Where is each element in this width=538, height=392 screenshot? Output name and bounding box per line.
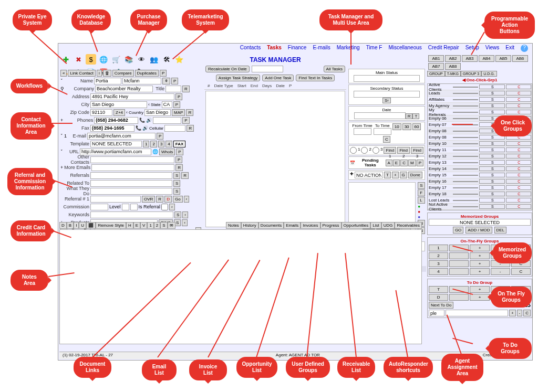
grp-tab-4[interactable]: U.D.G. <box>481 71 496 77</box>
assign-btn[interactable]: Assign Task Strategy <box>216 75 261 81</box>
menu-tasks[interactable]: Tasks <box>267 45 282 52</box>
menu-emails[interactable]: E-mails <box>313 45 330 52</box>
ocg-row[interactable]: Empty 13SC <box>428 160 532 166</box>
tab-documents[interactable]: Documents <box>258 222 284 229</box>
left-icon[interactable]: ‹ <box>148 102 150 107</box>
go-btn[interactable]: Go <box>173 196 183 203</box>
ocg-row[interactable]: Empty 16SC <box>428 178 532 185</box>
ocg-row[interactable]: Empty 14SC <box>428 166 532 172</box>
remove-style-btn[interactable]: Remove Style <box>96 222 126 229</box>
menu-views[interactable]: Views <box>485 45 500 52</box>
compare-btn[interactable]: Compare <box>112 70 134 77</box>
tab-opportunities[interactable]: Opportunities <box>342 222 371 229</box>
tab-receivables[interactable]: Receivables <box>395 222 422 229</box>
ab1[interactable]: AB1 <box>428 55 444 62</box>
menu-marketing[interactable]: Marketing <box>337 45 360 52</box>
tab-d[interactable]: D <box>59 222 67 229</box>
mgroup-select[interactable] <box>429 219 531 226</box>
ocg-row[interactable]: Empty 18SC <box>428 191 532 197</box>
bold-btn[interactable]: B <box>67 222 74 229</box>
cell-input[interactable] <box>164 125 185 132</box>
ocg-row[interactable]: Empty 15SC <box>428 172 532 178</box>
ab4[interactable]: AB4 <box>479 55 494 62</box>
ocg-row[interactable]: AffiliatesSC <box>428 97 532 103</box>
globe-icon[interactable]: 🌐 <box>98 54 109 65</box>
ab2[interactable]: AB2 <box>445 55 461 62</box>
menu-exit[interactable]: Exit <box>505 45 514 52</box>
comm-input[interactable] <box>90 204 108 210</box>
phone-icon[interactable]: 📞 <box>139 118 145 123</box>
italic-btn[interactable]: I <box>74 222 79 229</box>
other-input[interactable] <box>90 156 174 163</box>
template-input[interactable] <box>90 141 142 147</box>
grp-tab-2[interactable]: T-MKG <box>445 71 461 77</box>
ab5[interactable]: AB5 <box>495 55 511 62</box>
help-icon[interactable]: ? <box>521 45 528 52</box>
recalc-date[interactable] <box>252 66 283 72</box>
country-input[interactable] <box>144 109 171 116</box>
add-task-btn[interactable]: Add One Task <box>262 75 294 81</box>
mgroup-del[interactable]: DEL <box>494 227 507 234</box>
cart-icon[interactable]: 🛒 <box>111 54 121 65</box>
p-btn[interactable]: P <box>160 70 167 77</box>
book-icon[interactable]: 📚 <box>123 54 134 65</box>
collapse-icon[interactable]: « <box>60 70 67 77</box>
tab-history[interactable]: History <box>241 222 258 229</box>
menu-misc[interactable]: Miscellaneous <box>388 45 421 52</box>
zip-input[interactable] <box>90 109 112 116</box>
tab-udg[interactable]: UDG <box>381 222 395 229</box>
tools-icon[interactable]: 🛠 <box>161 54 172 65</box>
tab-progress[interactable]: Progress <box>320 222 342 229</box>
recalc-btn[interactable]: Recalculate On Date <box>205 66 250 72</box>
color-btn[interactable]: ⬛ <box>86 222 96 229</box>
ab3[interactable]: AB3 <box>462 55 478 62</box>
menu-contacts[interactable]: Contacts <box>240 45 261 52</box>
ocg-row[interactable]: Empty 10SC <box>428 141 532 147</box>
keywords-input[interactable] <box>90 211 173 218</box>
whois-btn[interactable]: Whois <box>159 149 175 155</box>
mgroup-go[interactable]: GO <box>453 227 463 234</box>
menu-finance[interactable]: Finance <box>288 45 307 52</box>
ocg-row[interactable]: My ReferralsSC <box>428 109 532 115</box>
browser-icon[interactable]: 🌐 <box>152 149 158 154</box>
sound-icon[interactable]: 🔊 <box>146 118 152 123</box>
menu-credit[interactable]: Credit Repair <box>428 45 459 52</box>
ab7[interactable]: AB7 <box>428 63 444 70</box>
find-task-btn[interactable]: Find Text In Tasks <box>296 75 335 81</box>
grp-tab-3[interactable]: GROUP 3 <box>461 71 481 77</box>
ocg-row[interactable]: Not Active ClientsSC <box>428 204 532 210</box>
notes-textarea[interactable] <box>59 229 422 344</box>
last-name-input[interactable] <box>122 78 161 84</box>
related-input[interactable] <box>90 180 172 187</box>
ovr-btn[interactable]: OVR <box>142 196 155 203</box>
mgroup-add[interactable]: ADD / MOD <box>465 227 492 234</box>
first-name-input[interactable] <box>94 78 121 84</box>
tab-invoices[interactable]: Invoices <box>301 222 320 229</box>
money-icon[interactable]: $ <box>86 54 96 65</box>
cal-icon[interactable]: 📅 <box>350 161 355 165</box>
address-input[interactable] <box>90 93 174 100</box>
group-icon[interactable]: 👥 <box>149 54 159 65</box>
city-input[interactable] <box>90 101 147 108</box>
email-input[interactable] <box>87 133 156 140</box>
ocg-row[interactable]: Empty 17SC <box>428 185 532 191</box>
duplicates-btn[interactable]: Duplicates <box>135 70 159 77</box>
all-tasks-tab[interactable]: All Tasks <box>324 66 345 72</box>
phone-input[interactable] <box>94 117 138 124</box>
underline-btn[interactable]: U <box>79 222 86 229</box>
ocg-row[interactable]: LeadsSC <box>428 90 532 97</box>
plus-small-icon[interactable]: ✚ <box>350 172 354 178</box>
next-todo-btn[interactable]: Next To Do <box>429 302 453 309</box>
fax-input[interactable] <box>90 125 134 132</box>
title-input[interactable] <box>165 86 181 92</box>
url-input[interactable] <box>80 149 151 155</box>
done-btn[interactable]: Done <box>408 172 422 178</box>
ocg-row[interactable]: Empty 12SC <box>428 153 532 160</box>
whatdo-input[interactable] <box>90 188 172 195</box>
ocg-row[interactable]: Active ClientsSC <box>428 84 532 90</box>
delete-icon[interactable]: ✖ <box>73 54 84 65</box>
eye-icon[interactable]: 👁 <box>136 54 147 65</box>
chevron-down-icon[interactable]: ˅ <box>60 78 63 83</box>
state-input[interactable] <box>162 101 172 108</box>
menu-time[interactable]: Time F <box>366 45 382 52</box>
